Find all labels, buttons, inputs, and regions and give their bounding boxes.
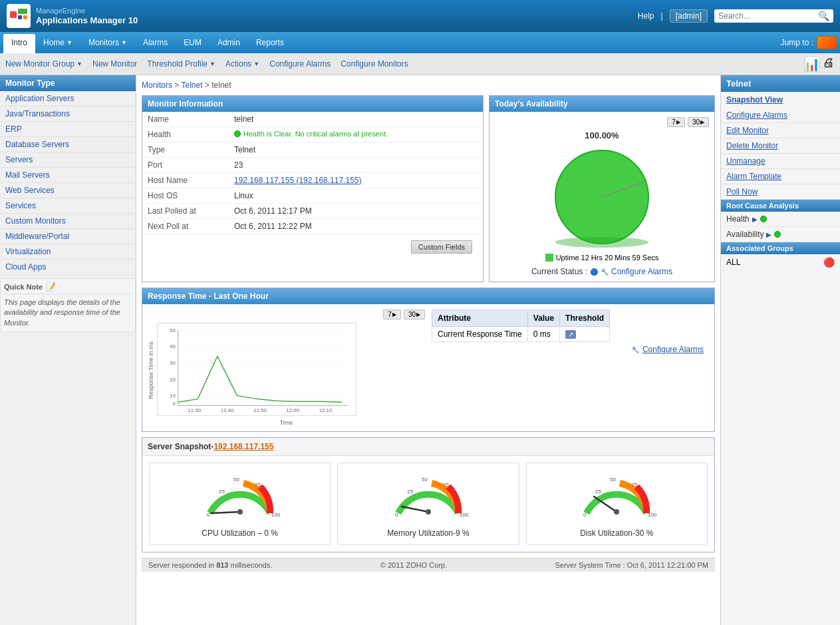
sidebar-item-virtualization[interactable]: Virtualization (0, 244, 136, 260)
attr-configure-alarms-row: 🔧 Configure Alarms (432, 342, 709, 357)
rca-health-dot (760, 216, 767, 222)
toolbar-threshold-profile[interactable]: Threshold Profile▼ (147, 59, 215, 69)
status-indicator-icon: 🔵 (590, 268, 598, 276)
edit-monitor-link[interactable]: Edit Monitor (721, 123, 840, 138)
toolbar-new-monitor[interactable]: New Monitor (92, 59, 137, 69)
svg-text:0: 0 (207, 512, 210, 518)
help-link[interactable]: Help (638, 11, 654, 21)
memory-gauge-card: 0 50 100 25 75 Memory Utilization-9 % (337, 463, 519, 545)
assoc-icon[interactable]: 🔴 (823, 257, 835, 268)
quick-note-icon: 📝 (46, 282, 56, 292)
info-row-port: Port 23 (142, 158, 483, 173)
sidebar-item-mail-servers[interactable]: Mail Servers (0, 168, 136, 183)
nav-intro[interactable]: Intro (3, 34, 35, 53)
chart-x-label: Time (148, 419, 425, 426)
nav-admin[interactable]: Admin (210, 32, 248, 53)
svg-text:50: 50 (233, 477, 239, 483)
toolbar-actions[interactable]: Actions▼ (225, 59, 259, 69)
delete-monitor-link[interactable]: Delete Monitor (721, 138, 840, 154)
header-right: Help | [admin] 🔍 (638, 9, 833, 23)
cpu-gauge-label: CPU Utilization – 0 % (202, 528, 278, 538)
info-row-type: Type Telnet (142, 142, 483, 158)
rca-health-arrow: ▶ (752, 216, 758, 223)
sidebar-item-web-services[interactable]: Web Services (0, 183, 136, 198)
rca-availability-item[interactable]: Availability ▶ (721, 227, 840, 242)
chart-y-label: Response Time in ms (148, 341, 154, 399)
nav-reports[interactable]: Reports (248, 32, 292, 53)
sidebar-item-servers[interactable]: Servers (0, 152, 136, 168)
sidebar-title: Monitor Type (0, 75, 136, 91)
chart-30day-btn[interactable]: 30▶ (404, 310, 425, 319)
svg-text:25: 25 (595, 489, 601, 495)
avail-7day-btn[interactable]: 7▶ (667, 117, 685, 127)
jump-to-icon[interactable] (817, 36, 837, 49)
attr-col-value: Value (527, 310, 559, 327)
admin-button[interactable]: [admin] (670, 9, 708, 23)
availability-configure-alarms-link[interactable]: Configure Alarms (611, 267, 672, 276)
quick-note-text: This page displays the details of the av… (4, 298, 132, 328)
toolbar-configure-alarms[interactable]: Configure Alarms (269, 59, 331, 69)
nav-monitors[interactable]: Monitors▼ (80, 32, 135, 53)
response-ms: 813 (216, 561, 228, 569)
nav-eum[interactable]: EUM (176, 32, 210, 53)
toolbar-configure-monitors[interactable]: Configure Monitors (341, 59, 408, 69)
snapshot-server-link[interactable]: 192.168.117.155 (213, 442, 273, 451)
rca-health-item[interactable]: Health ▶ (721, 212, 840, 227)
poll-now-link[interactable]: Poll Now (721, 184, 840, 200)
svg-text:50: 50 (422, 477, 428, 483)
toolbar-new-monitor-group[interactable]: New Monitor Group▼ (5, 59, 82, 69)
search-input[interactable] (718, 11, 818, 21)
svg-text:75: 75 (631, 482, 637, 488)
custom-fields-button[interactable]: Custom Fields (411, 240, 472, 254)
avail-30day-btn[interactable]: 30▶ (688, 117, 709, 127)
sidebar-item-services[interactable]: Services (0, 198, 136, 214)
chart-7day-btn[interactable]: 7▶ (383, 310, 401, 319)
sidebar-item-custom-monitors[interactable]: Custom Monitors (0, 214, 136, 229)
attr-configure-alarms-link[interactable]: Configure Alarms (642, 345, 704, 354)
pie-chart-icon[interactable]: 📊 (803, 56, 820, 72)
monitor-info-title: Monitor Information (142, 96, 483, 112)
snapshot-view-link[interactable]: Snapshot View (721, 92, 840, 108)
header: ManageEngine Applications Manager 10 Hel… (0, 0, 840, 32)
sidebar-item-middleware-portal[interactable]: Middleware/Portal (0, 229, 136, 244)
svg-text:0: 0 (395, 512, 398, 518)
svg-rect-2 (18, 15, 22, 19)
configure-alarms-link[interactable]: Configure Alarms (721, 108, 840, 123)
unmanage-link[interactable]: Unmanage (721, 154, 840, 169)
alarm-template-link[interactable]: Alarm Template (721, 169, 840, 184)
sidebar-item-erp[interactable]: ERP (0, 122, 136, 137)
cpu-gauge: 0 50 100 25 75 (200, 470, 280, 523)
health-status: Health is Clear. No critical alarms at p… (234, 130, 478, 138)
rca-section-header: Root Cause Analysis (721, 200, 840, 212)
breadcrumb-monitors-link[interactable]: Monitors (142, 81, 172, 90)
disk-gauge-label: Disk Utilization-30 % (580, 528, 653, 538)
main-layout: Monitor Type Application Servers Java/Tr… (0, 75, 840, 625)
right-panel-title: Telnet (721, 75, 840, 92)
threshold-icon[interactable]: ↗ (565, 330, 576, 339)
sidebar-item-java-transactions[interactable]: Java/Transactions (0, 106, 136, 122)
availability-content: 7▶ 30▶ 100.00% (490, 112, 714, 282)
svg-text:100: 100 (271, 512, 280, 518)
info-row-nextpoll: Next Poll at Oct 6, 2011 12:22 PM (142, 219, 483, 234)
nav-home[interactable]: Home▼ (35, 32, 80, 53)
nav-alarms[interactable]: Alarms (135, 32, 176, 53)
info-row-hostos: Host OS Linux (142, 188, 483, 204)
svg-text:75: 75 (255, 482, 261, 488)
sidebar-item-database-servers[interactable]: Database Servers (0, 137, 136, 152)
info-row-hostname: Host Name 192.168.117.155 (192.168.117.1… (142, 173, 483, 188)
breadcrumb-telnet-link[interactable]: Telnet (181, 81, 202, 90)
search-box[interactable]: 🔍 (714, 9, 833, 23)
hostname-link[interactable]: 192.168.117.155 (192.168.117.155) (234, 176, 362, 185)
memory-gauge: 0 50 100 25 75 (388, 470, 468, 523)
configure-alarms-small-icon: 🔧 (631, 346, 639, 353)
assoc-all-label: ALL (726, 258, 740, 267)
search-icon[interactable]: 🔍 (818, 11, 829, 21)
right-panel: Telnet Snapshot View Configure Alarms Ed… (720, 75, 840, 625)
sidebar-item-cloud-apps[interactable]: Cloud Apps (0, 260, 136, 275)
disk-gauge-card: 0 50 100 25 75 Disk Utilization-30 % (526, 463, 708, 545)
svg-point-45 (614, 509, 619, 515)
print-icon[interactable]: 🖨 (823, 56, 835, 72)
sidebar-item-application-servers[interactable]: Application Servers (0, 91, 136, 106)
availability-title: Today's Availability (490, 96, 714, 112)
current-status: Current Status : 🔵 🔧 Configure Alarms (531, 267, 672, 276)
